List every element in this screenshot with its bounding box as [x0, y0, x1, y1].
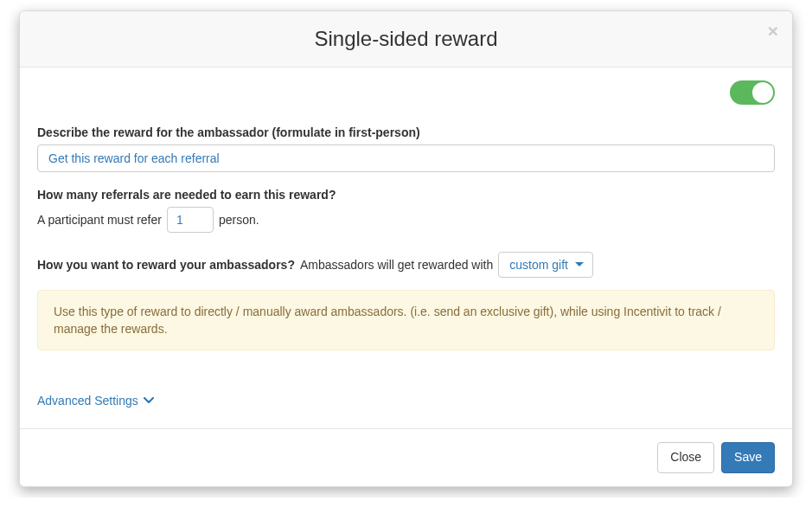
modal-dialog: Single-sided reward × Describe the rewar…: [19, 10, 793, 487]
reward-type-select[interactable]: custom gift: [498, 252, 593, 278]
reward-type-row: How you want to reward your ambassadors?…: [37, 252, 775, 278]
chevron-down-icon: [144, 397, 154, 404]
advanced-settings-label: Advanced Settings: [37, 394, 138, 408]
modal-header: Single-sided reward ×: [20, 11, 792, 67]
reward-description-label: Describe the reward for the ambassador (…: [37, 125, 775, 139]
chevron-down-icon: [575, 262, 584, 267]
modal-body: Describe the reward for the ambassador (…: [20, 67, 792, 429]
close-icon[interactable]: ×: [768, 22, 778, 40]
referrals-sentence-after: person.: [219, 213, 259, 227]
info-alert: Use this type of reward to directly / ma…: [37, 290, 775, 351]
toggle-knob: [752, 82, 773, 103]
reward-type-selected: custom gift: [509, 258, 568, 272]
enable-toggle[interactable]: [730, 80, 775, 105]
modal-footer: Close Save: [20, 428, 792, 486]
referrals-sentence-before: A participant must refer: [37, 213, 162, 227]
modal-title: Single-sided reward: [37, 24, 775, 54]
referrals-needed-label: How many referrals are needed to earn th…: [37, 188, 775, 202]
advanced-settings-toggle[interactable]: Advanced Settings: [37, 394, 154, 408]
reward-type-label-bold: How you want to reward your ambassadors?: [37, 258, 295, 272]
save-button[interactable]: Save: [721, 442, 775, 473]
toggle-row: [37, 80, 775, 105]
referrals-count-input[interactable]: [167, 207, 214, 233]
reward-type-label-plain: Ambassadors will get rewarded with: [300, 258, 493, 272]
referrals-sentence: A participant must refer person.: [37, 207, 775, 233]
close-button[interactable]: Close: [657, 442, 714, 473]
reward-description-input[interactable]: [37, 144, 775, 172]
